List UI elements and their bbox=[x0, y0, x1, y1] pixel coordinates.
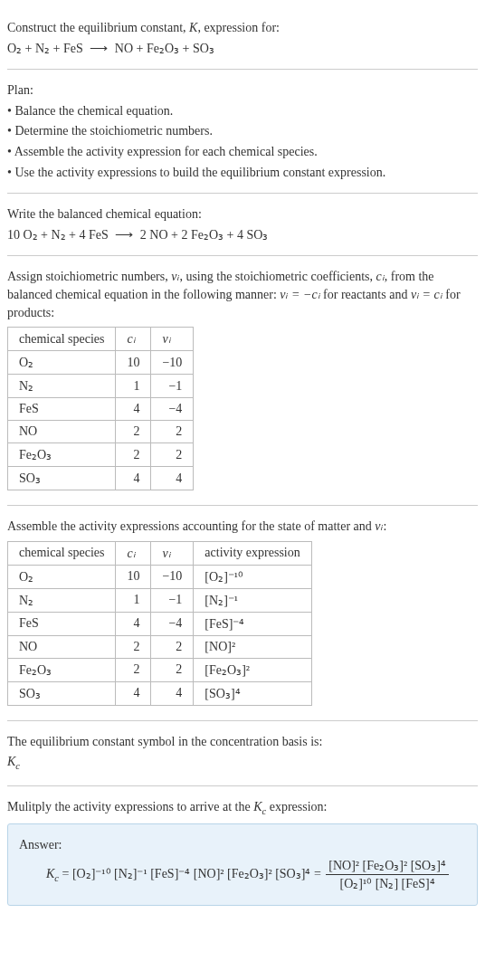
fraction: [NO]² [Fe₂O₃]² [SO₃]⁴[O₂]¹⁰ [N₂] [FeS]⁴ bbox=[326, 857, 449, 893]
product-expression: [O₂]⁻¹⁰ [N₂]⁻¹ [FeS]⁻⁴ [NO]² [Fe₂O₃]² [S… bbox=[72, 867, 310, 880]
plan-title: Plan: bbox=[7, 81, 478, 100]
stoich-table: chemical species cᵢ νᵢ O₂10−10 N₂1−1 FeS… bbox=[7, 327, 194, 490]
intro-section: Construct the equilibrium constant, K, e… bbox=[7, 7, 478, 70]
stoich-text-d: for reactants and bbox=[320, 288, 411, 301]
plan-item-3: • Assemble the activity expression for e… bbox=[7, 143, 478, 161]
final-text-a: Mulitply the activity expressions to arr… bbox=[7, 800, 253, 813]
table-row: FeS4−4 bbox=[8, 398, 194, 421]
intro-text-pre: Construct the equilibrium constant, bbox=[7, 21, 189, 34]
table-row: SO₃44 bbox=[8, 467, 194, 490]
balanced-equation: 10 O₂ + N₂ + 4 FeS ⟶ 2 NO + 2 Fe₂O₃ + 4 … bbox=[7, 226, 478, 244]
fraction-numerator: [NO]² [Fe₂O₃]² [SO₃]⁴ bbox=[326, 857, 449, 876]
symbol-title: The equilibrium constant symbol in the c… bbox=[7, 733, 478, 751]
col-ci: cᵢ bbox=[116, 541, 151, 565]
intro-line: Construct the equilibrium constant, K, e… bbox=[7, 19, 478, 37]
cell-vi: −10 bbox=[151, 351, 194, 375]
cell-ci: 10 bbox=[116, 351, 151, 375]
stoich-intro: Assign stoichiometric numbers, νᵢ, using… bbox=[7, 268, 478, 321]
cell-vi: 2 bbox=[151, 635, 194, 658]
col-vi: νᵢ bbox=[151, 328, 194, 351]
plan-item-1: • Balance the chemical equation. bbox=[7, 102, 478, 120]
cell-vi: 4 bbox=[151, 681, 194, 705]
balanced-rhs: 2 NO + 2 Fe₂O₃ + 4 SO₃ bbox=[140, 228, 269, 242]
cell-species: N₂ bbox=[8, 588, 116, 612]
cell-species: SO₃ bbox=[8, 467, 116, 490]
rule2: νᵢ = cᵢ bbox=[411, 288, 442, 301]
activity-table: chemical species cᵢ νᵢ activity expressi… bbox=[7, 541, 312, 706]
k-symbol: K bbox=[189, 21, 197, 34]
cell-ci: 4 bbox=[116, 681, 151, 705]
cell-vi: −1 bbox=[151, 588, 194, 612]
col-vi: νᵢ bbox=[151, 541, 194, 565]
kc-inline: K bbox=[253, 800, 262, 813]
cell-ci: 2 bbox=[116, 658, 151, 681]
arrow-icon: ⟶ bbox=[115, 226, 133, 244]
arrow-icon: ⟶ bbox=[90, 40, 108, 58]
activity-text-b: : bbox=[384, 519, 387, 533]
cell-species: FeS bbox=[8, 398, 116, 421]
cell-activity: [NO]² bbox=[194, 635, 311, 658]
cell-species: FeS bbox=[8, 612, 116, 635]
table-row: FeS4−4[FeS]⁻⁴ bbox=[8, 612, 312, 635]
cell-vi: 4 bbox=[151, 467, 194, 490]
cell-vi: 2 bbox=[151, 443, 194, 467]
cell-species: SO₃ bbox=[8, 681, 116, 705]
nu-symbol: νᵢ bbox=[375, 519, 383, 533]
activity-intro: Assemble the activity expressions accoun… bbox=[7, 518, 478, 536]
table-row: O₂10−10[O₂]⁻¹⁰ bbox=[8, 565, 312, 588]
cell-species: Fe₂O₃ bbox=[8, 443, 116, 467]
cell-species: Fe₂O₃ bbox=[8, 658, 116, 681]
balanced-lhs: 10 O₂ + N₂ + 4 FeS bbox=[7, 228, 109, 242]
cell-vi: 2 bbox=[151, 421, 194, 443]
balanced-title: Write the balanced chemical equation: bbox=[7, 205, 478, 224]
kc-symbol: K bbox=[7, 755, 15, 768]
final-text-b: expression: bbox=[266, 800, 327, 813]
cell-vi: −4 bbox=[151, 612, 194, 635]
col-activity: activity expression bbox=[194, 541, 311, 565]
cell-ci: 2 bbox=[116, 635, 151, 658]
cell-species: O₂ bbox=[8, 565, 116, 588]
stoich-section: Assign stoichiometric numbers, νᵢ, using… bbox=[7, 256, 478, 506]
equals-1: = bbox=[59, 867, 72, 880]
cell-vi: −4 bbox=[151, 398, 194, 421]
table-row: NO22 bbox=[8, 421, 194, 443]
table-header-row: chemical species cᵢ νᵢ activity expressi… bbox=[8, 541, 312, 565]
c-symbol: cᵢ bbox=[376, 270, 385, 283]
cell-species: NO bbox=[8, 635, 116, 658]
cell-species: NO bbox=[8, 421, 116, 443]
kc-sub: c bbox=[15, 761, 20, 771]
kc-symbol-line: Kc bbox=[7, 753, 478, 773]
table-header-row: chemical species cᵢ νᵢ bbox=[8, 328, 194, 351]
cell-activity: [N₂]⁻¹ bbox=[194, 588, 311, 612]
eq-lhs: O₂ + N₂ + FeS bbox=[7, 42, 83, 55]
answer-box: Answer: Kc = [O₂]⁻¹⁰ [N₂]⁻¹ [FeS]⁻⁴ [NO]… bbox=[7, 823, 478, 906]
col-species: chemical species bbox=[8, 541, 116, 565]
cell-ci: 1 bbox=[116, 588, 151, 612]
table-row: N₂1−1[N₂]⁻¹ bbox=[8, 588, 312, 612]
cell-activity: [SO₃]⁴ bbox=[194, 681, 311, 705]
stoich-text-a: Assign stoichiometric numbers, bbox=[7, 270, 171, 283]
plan-section: Plan: • Balance the chemical equation. •… bbox=[7, 70, 478, 194]
equals-2: = bbox=[310, 867, 324, 880]
cell-ci: 4 bbox=[116, 467, 151, 490]
eq-rhs: NO + Fe₂O₃ + SO₃ bbox=[115, 42, 214, 55]
final-section: Mulitply the activity expressions to arr… bbox=[7, 786, 478, 915]
plan-item-4: • Use the activity expressions to build … bbox=[7, 164, 478, 182]
cell-ci: 1 bbox=[116, 375, 151, 398]
table-row: NO22[NO]² bbox=[8, 635, 312, 658]
table-row: Fe₂O₃22[Fe₂O₃]² bbox=[8, 658, 312, 681]
intro-text-post: , expression for: bbox=[197, 21, 280, 34]
cell-ci: 10 bbox=[116, 565, 151, 588]
intro-equation: O₂ + N₂ + FeS ⟶ NO + Fe₂O₃ + SO₃ bbox=[7, 40, 478, 58]
cell-activity: [FeS]⁻⁴ bbox=[194, 612, 311, 635]
cell-ci: 4 bbox=[116, 612, 151, 635]
symbol-section: The equilibrium constant symbol in the c… bbox=[7, 721, 478, 786]
cell-vi: 2 bbox=[151, 658, 194, 681]
balanced-section: Write the balanced chemical equation: 10… bbox=[7, 194, 478, 256]
plan-item-2: • Determine the stoichiometric numbers. bbox=[7, 122, 478, 140]
answer-expression: Kc = [O₂]⁻¹⁰ [N₂]⁻¹ [FeS]⁻⁴ [NO]² [Fe₂O₃… bbox=[46, 857, 466, 893]
activity-text-a: Assemble the activity expressions accoun… bbox=[7, 519, 375, 533]
table-row: SO₃44[SO₃]⁴ bbox=[8, 681, 312, 705]
cell-ci: 2 bbox=[116, 421, 151, 443]
cell-vi: −10 bbox=[151, 565, 194, 588]
